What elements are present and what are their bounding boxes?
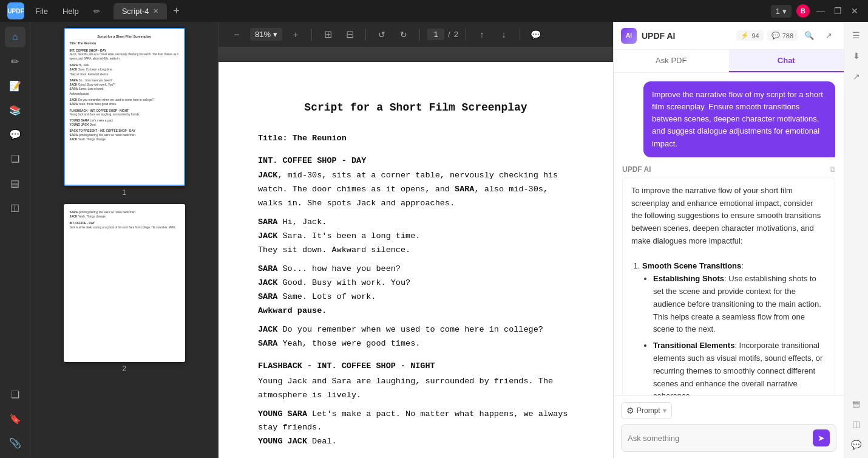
prompt-arrow: ▾ [663, 406, 666, 415]
ai-response-intro: To improve the narrative flow of your sh… [631, 185, 826, 248]
menu-edit-icon[interactable]: ✏ [87, 4, 106, 18]
menu-help[interactable]: Help [56, 4, 85, 18]
maximize-button[interactable]: ❐ [832, 5, 844, 17]
titlebar-right: 1 ▾ B — ❐ ✕ [771, 4, 861, 18]
ai-count-badge: ⚡ 94 [736, 30, 763, 41]
ai-bullet-1-1: Establishing Shots: Use establishing sho… [653, 273, 826, 336]
add-tab-button[interactable]: + [169, 4, 184, 18]
page-number-area: / 2 [427, 29, 458, 40]
sidebar-item-home[interactable]: ⌂ [5, 27, 25, 47]
sidebar-item-comment[interactable]: 💬 [5, 124, 25, 145]
sidebar-item-stack[interactable]: ▤ [5, 173, 25, 193]
action-4: Young Jack and Sara are laughing, surrou… [258, 375, 574, 403]
fit-width-button[interactable]: ⊞ [319, 26, 336, 43]
titlebar-tabs: Script-4 ✕ + [114, 3, 771, 19]
sidebar-item-notes[interactable]: 📝 [5, 75, 25, 96]
pdf-area: − 81% ▾ + ⊞ ⊟ ↺ ↻ / 2 ↑ ↓ 💬 [219, 22, 613, 458]
main-area: ⌂ ✏ 📝 📚 💬 ❑ ▤ ◫ ❑ 🔖 📎 Script for a Short… [0, 22, 868, 458]
right-strip-layers-icon[interactable]: ◫ [848, 415, 865, 432]
ai-prompt-selector[interactable]: ⚙ Prompt ▾ [621, 402, 672, 419]
ai-header-right: ⚡ 94 💬 788 🔍 ↗ [736, 28, 836, 44]
sidebar-item-layers2[interactable]: ◫ [5, 197, 25, 217]
sep-2 [365, 29, 366, 41]
sidebar-item-layers-bottom[interactable]: ❑ [5, 384, 25, 405]
action-2: They sit down. Awkward silence. [258, 244, 574, 258]
ai-text-input-row: ➤ [621, 424, 836, 452]
zoom-selector[interactable]: 81% ▾ [250, 28, 282, 41]
ai-chat-area: Improve the narrative flow of my script … [614, 73, 844, 395]
sidebar-item-bookmark[interactable]: 🔖 [5, 408, 25, 429]
close-button[interactable]: ✕ [849, 5, 861, 17]
ai-text-input[interactable] [628, 434, 809, 443]
dialogue-young-jack: YOUNG JACK Deal. [258, 435, 574, 449]
nav-down-button[interactable]: ↓ [495, 26, 512, 43]
ai-send-button[interactable]: ➤ [813, 429, 830, 446]
right-strip-stack-icon[interactable]: ▤ [848, 395, 865, 412]
nav-up-button[interactable]: ↑ [473, 26, 490, 43]
page-nav-arrow: ▾ [782, 7, 787, 16]
sep-1 [311, 29, 312, 41]
pdf-toolbar: − 81% ▾ + ⊞ ⊟ ↺ ↻ / 2 ↑ ↓ 💬 [219, 22, 613, 47]
ai-response-sections: Smooth Scene Transitions: Establishing S… [631, 260, 826, 395]
chat-ai-copy-button[interactable]: ⧉ [830, 165, 835, 174]
prompt-label: Prompt [637, 406, 660, 415]
tab-ask-pdf[interactable]: Ask PDF [614, 50, 729, 72]
script-item-title: Title: The Reunion [258, 132, 574, 146]
user-avatar[interactable]: B [796, 4, 810, 18]
chat-ai-body: To improve the narrative flow of your sh… [622, 177, 835, 395]
sidebar-item-attach[interactable]: 📎 [5, 432, 25, 453]
ai-section-1-heading: Smooth Scene Transitions [642, 261, 741, 270]
tab-script4[interactable]: Script-4 ✕ [114, 3, 167, 19]
ai-tabs: Ask PDF Chat [614, 50, 844, 73]
sidebar-item-edit[interactable]: ✏ [5, 51, 25, 72]
tab-label: Script-4 [122, 7, 149, 16]
sidebar-item-layers[interactable]: ❑ [5, 148, 25, 169]
comment-button[interactable]: 💬 [527, 26, 544, 43]
dialogue-sara-1: SARA Hi, Jack. [258, 216, 574, 230]
titlebar-menu: File Help ✏ [29, 4, 106, 18]
rotate-left-button[interactable]: ↺ [373, 26, 390, 43]
action-1: JACK, mid-30s, sits at a corner table, n… [258, 169, 574, 211]
zoom-value: 81% [255, 30, 271, 39]
chat-ai-header: UPDF AI ⧉ [622, 165, 835, 174]
tab-chat[interactable]: Chat [729, 50, 844, 72]
close-tab-icon[interactable]: ✕ [153, 7, 158, 15]
chat-ai-response: UPDF AI ⧉ To improve the narrative flow … [622, 165, 835, 395]
zoom-in-button[interactable]: + [287, 26, 304, 43]
page-nav[interactable]: 1 ▾ [771, 5, 792, 18]
page-separator: / [448, 30, 450, 39]
thumbnail-page-2[interactable]: SARA (smiling faintly) We were so naive … [36, 204, 212, 373]
minimize-button[interactable]: — [815, 5, 827, 17]
ai-search-button[interactable]: 🔍 [801, 28, 817, 44]
zoom-arrow: ▾ [273, 30, 277, 39]
left-sidebar: ⌂ ✏ 📝 📚 💬 ❑ ▤ ◫ ❑ 🔖 📎 [0, 22, 30, 458]
zoom-out-button[interactable]: − [228, 26, 245, 43]
scene-heading-1: INT. COFFEE SHOP - DAY [258, 154, 574, 168]
right-strip-chat-icon[interactable]: 💬 [848, 436, 865, 453]
dialogue-young-sara: YOUNG SARA Let's make a pact. No matter … [258, 408, 574, 436]
dialogue-jack-2: JACK Good. Busy with work. You? [258, 276, 574, 290]
page-input[interactable] [427, 29, 444, 40]
chat-ai-label: UPDF AI [622, 165, 651, 174]
fit-page-button[interactable]: ⊟ [341, 26, 358, 43]
ai-share-button[interactable]: ↗ [821, 28, 836, 44]
updf-logo: UPDF [7, 2, 24, 19]
dialogue-sara-4: SARA Yeah, those were good times. [258, 337, 574, 351]
sidebar-item-book[interactable]: 📚 [5, 100, 25, 120]
right-strip-download-icon[interactable]: ⬇ [848, 47, 865, 64]
ai-panel-title: UPDF AI [642, 31, 731, 41]
thumbnail-num-2: 2 [122, 364, 126, 373]
menu-file[interactable]: File [29, 4, 54, 18]
dialogue-jack-3: JACK Do you remember when we used to com… [258, 323, 574, 337]
dialogue-jack-1: JACK Sara. It's been a long time. [258, 230, 574, 244]
ai-panel: AI UPDF AI ⚡ 94 💬 788 🔍 ↗ Ask PDF Chat [613, 22, 844, 458]
page-total: 2 [454, 30, 458, 39]
thumbnail-page-1[interactable]: Script for a Short Film Screenplay Title… [36, 28, 212, 197]
rotate-right-button[interactable]: ↻ [395, 26, 412, 43]
ai-section-1: Smooth Scene Transitions: Establishing S… [642, 260, 826, 395]
ai-total-badge: 💬 788 [767, 30, 798, 41]
ai-prompt-row: ⚙ Prompt ▾ [621, 402, 836, 419]
right-strip-list-icon[interactable]: ☰ [848, 27, 865, 44]
sep-4 [466, 29, 466, 41]
right-strip-share-icon[interactable]: ↗ [848, 68, 865, 85]
